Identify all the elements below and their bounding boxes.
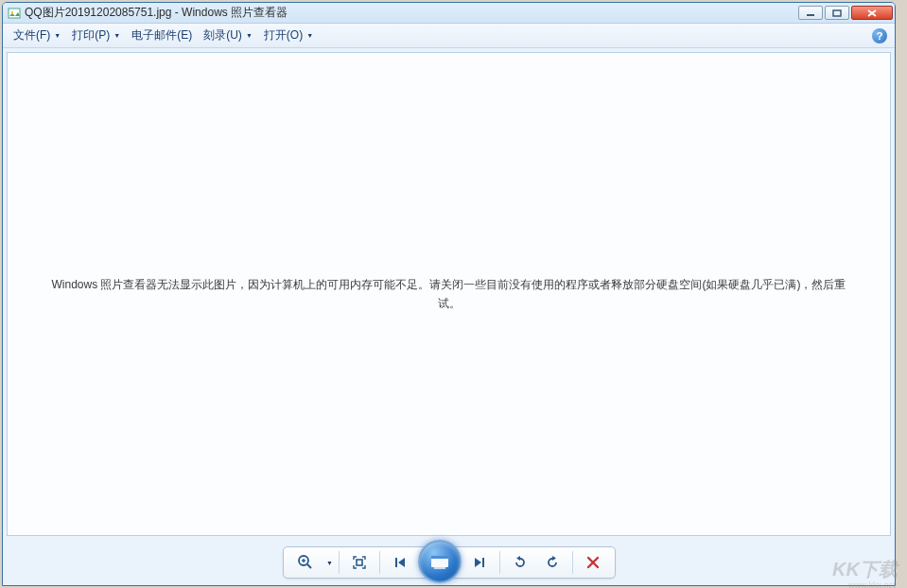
zoom-dropdown[interactable]: ▼ <box>322 548 335 577</box>
next-button[interactable] <box>463 548 496 577</box>
rotate-cw-button[interactable] <box>536 548 568 577</box>
separator <box>339 551 340 574</box>
chevron-down-icon: ▼ <box>54 32 61 39</box>
chevron-down-icon: ▼ <box>113 32 120 39</box>
app-icon <box>8 7 21 20</box>
svg-rect-13 <box>482 558 484 567</box>
svg-point-1 <box>11 10 13 12</box>
title-bar: QQ图片20191202085751.jpg - Windows 照片查看器 <box>3 3 895 24</box>
chevron-down-icon: ▼ <box>326 560 333 566</box>
window-controls <box>796 6 893 20</box>
menu-email-label: 电子邮件(E) <box>131 27 192 43</box>
menu-open[interactable]: 打开(O) ▼ <box>261 26 316 45</box>
svg-rect-3 <box>833 10 841 16</box>
svg-line-5 <box>307 564 311 568</box>
menu-burn-label: 刻录(U) <box>203 27 242 43</box>
app-window: QQ图片20191202085751.jpg - Windows 照片查看器 文… <box>2 2 896 586</box>
separator <box>572 551 573 574</box>
rotate-ccw-button[interactable] <box>504 548 536 577</box>
svg-rect-11 <box>431 556 448 559</box>
menu-open-label: 打开(O) <box>264 27 303 43</box>
maximize-button[interactable] <box>825 6 849 20</box>
previous-button[interactable] <box>384 548 416 577</box>
svg-rect-8 <box>357 560 362 565</box>
zoom-button[interactable] <box>289 548 322 577</box>
menu-burn[interactable]: 刻录(U) ▼ <box>201 26 255 45</box>
separator <box>379 551 380 574</box>
control-bar: ▼ <box>3 540 895 585</box>
svg-rect-12 <box>434 567 445 569</box>
menu-file-label: 文件(F) <box>13 27 50 43</box>
menu-print-label: 打印(P) <box>72 27 110 43</box>
fit-actual-button[interactable] <box>343 548 375 577</box>
window-title: QQ图片20191202085751.jpg - Windows 照片查看器 <box>25 5 796 21</box>
delete-button[interactable] <box>577 548 609 577</box>
control-group: ▼ <box>283 546 616 579</box>
chevron-down-icon: ▼ <box>306 32 313 39</box>
slideshow-button[interactable] <box>418 540 462 583</box>
separator <box>499 551 500 574</box>
menu-email[interactable]: 电子邮件(E) <box>129 26 195 45</box>
menu-print[interactable]: 打印(P) ▼ <box>69 26 123 45</box>
minimize-button[interactable] <box>798 6 823 20</box>
svg-rect-2 <box>807 14 814 16</box>
help-button[interactable]: ? <box>872 28 887 43</box>
menu-bar: 文件(F) ▼ 打印(P) ▼ 电子邮件(E) 刻录(U) ▼ 打开(O) ▼ … <box>3 24 895 48</box>
menu-file[interactable]: 文件(F) ▼ <box>10 26 63 45</box>
chevron-down-icon: ▼ <box>246 32 253 39</box>
viewer-canvas: Windows 照片查看器无法显示此图片，因为计算机上的可用内存可能不足。请关闭… <box>7 52 891 536</box>
svg-rect-9 <box>395 558 397 567</box>
close-button[interactable] <box>851 6 893 20</box>
error-message: Windows 照片查看器无法显示此图片，因为计算机上的可用内存可能不足。请关闭… <box>8 275 890 314</box>
